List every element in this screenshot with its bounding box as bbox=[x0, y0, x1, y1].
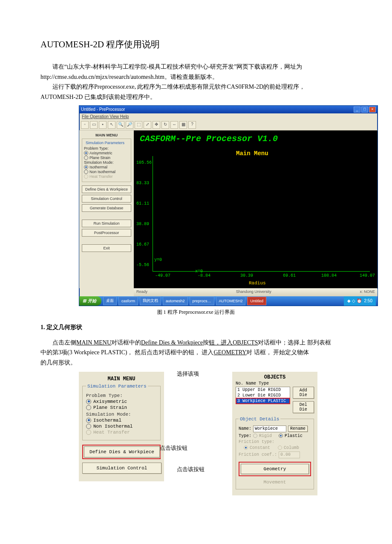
close-button[interactable]: × bbox=[369, 107, 376, 113]
y-tick: 105.56 bbox=[136, 160, 152, 165]
tool-open-icon[interactable]: ▭ bbox=[90, 121, 98, 129]
p3-btn-link: 钮，进入OBJECTS bbox=[209, 339, 258, 346]
app-banner: CASFORM--Pre Processor V1.0 bbox=[140, 134, 278, 144]
radio-dot-icon bbox=[253, 434, 257, 438]
y-axis-line bbox=[153, 156, 153, 271]
para1-text: 请在“山东大学-材料科学与工程学院-模具工程技术研究中心-研究开发”网页下载该程… bbox=[52, 64, 302, 70]
radio-dot-icon bbox=[86, 430, 91, 435]
objects-header: OBJECTS bbox=[236, 374, 314, 380]
radio-plane-strain[interactable]: Plane Strain bbox=[86, 405, 157, 410]
sim-params-fieldset: Simulation Parameters Problem Type: Axis… bbox=[82, 384, 161, 440]
tool-fit-icon[interactable]: ⤢ bbox=[144, 121, 151, 129]
tray-time: 2:50 bbox=[364, 298, 372, 303]
p3e: 中的第3项(3 Workpiece PLASTIC)， 然后点击对话框中的 bbox=[40, 349, 188, 356]
generate-db-button[interactable]: Generate Database bbox=[82, 204, 131, 212]
click-annotation-2: 点击该按钮 bbox=[177, 466, 205, 473]
y-tick: 61.11 bbox=[136, 201, 149, 206]
sim-params-legend: Simulation Parameters bbox=[85, 141, 125, 145]
section-1-paragraph-2: 中的第3项(3 Workpiece PLASTIC)， 然后点击对话框中的钮， … bbox=[40, 348, 352, 357]
intro-paragraph-1b: http://cmse.sdu.edu.cn/mjzx/research/aut… bbox=[40, 72, 352, 82]
tool-help-icon[interactable]: ? bbox=[188, 121, 196, 129]
taskbar-item[interactable]: casform bbox=[118, 297, 138, 305]
radio-non-isothermal[interactable]: Non Isothermal bbox=[84, 170, 129, 174]
define-dies-button[interactable]: Define Dies & Workpiece bbox=[84, 446, 160, 457]
taskbar-item[interactable]: automesh2 bbox=[163, 297, 188, 305]
tool-save-icon[interactable]: ▪ bbox=[99, 121, 107, 129]
p3c: 按 bbox=[203, 339, 209, 346]
status-right: x: NONE bbox=[360, 289, 375, 295]
p3-geometry-link: GEOMETRY bbox=[213, 349, 246, 356]
radio-dot-icon bbox=[84, 174, 88, 179]
app-window: Untitled - PreProcessor _ □ × File Opera… bbox=[79, 105, 378, 306]
radio-dot-icon bbox=[279, 434, 283, 438]
tray-icons: ◆ ◇ ⏰ bbox=[347, 298, 362, 303]
friction-type-label: Friction type: bbox=[239, 440, 274, 444]
run-sim-button[interactable]: Run Simulation bbox=[82, 220, 131, 227]
taskbar-item[interactable]: preprocs… bbox=[190, 297, 214, 305]
list-item-selected[interactable]: 3 Workpiece PLASTIC bbox=[236, 398, 290, 404]
tool-refresh-icon[interactable]: ↻ bbox=[161, 121, 169, 129]
figure-1-caption: 图 1 程序 Preprocessor.exe 运行界面 bbox=[40, 309, 352, 316]
columb-label: Columb bbox=[284, 446, 299, 450]
sim-control-button[interactable]: Simulation Control bbox=[82, 463, 161, 474]
objects-panel: OBJECTS No. Name Type 1 Upper Die RIGID … bbox=[232, 372, 317, 495]
section-1-heading: 1. 定义几何形状 bbox=[40, 324, 352, 331]
radio-isothermal-label: Isothermal bbox=[89, 165, 107, 169]
radio-non-isothermal[interactable]: Non Isothermal bbox=[86, 424, 157, 429]
name-input[interactable] bbox=[253, 425, 286, 432]
radio-dot-icon bbox=[278, 446, 282, 450]
p3g: 对 话框， 开始定义物体 bbox=[246, 349, 309, 356]
tool-zoomout-icon[interactable]: 🔎 bbox=[126, 121, 133, 129]
radio-plane-strain[interactable]: Plane Strain bbox=[84, 156, 129, 160]
panel-a-header: MAIN MENU bbox=[82, 376, 161, 382]
minimize-button[interactable]: _ bbox=[354, 107, 360, 113]
menu-bar[interactable]: File Operation View Help bbox=[79, 113, 378, 120]
radio-axisymmetric[interactable]: Axisymmetric bbox=[86, 399, 157, 404]
tool-cursor-icon[interactable]: ↖ bbox=[108, 121, 115, 129]
taskbar-item[interactable]: AUTOMESH2 bbox=[216, 297, 246, 305]
tool-measure-icon[interactable]: ↔ bbox=[170, 121, 178, 129]
objects-list[interactable]: 1 Upper Die RIGID 2 Lower Die RIGID 3 Wo… bbox=[236, 387, 290, 404]
y-tick: 38.89 bbox=[136, 222, 149, 226]
x-tick: 149.07 bbox=[360, 273, 375, 278]
x-axis-label: Radius bbox=[249, 281, 266, 286]
define-dies-button[interactable]: Define Dies & Workpiece bbox=[82, 185, 131, 193]
plastic-label: Plastic bbox=[285, 434, 303, 438]
section-1-paragraph: 点击左侧MAIN MENU对话框中的Define Dies & Workpiec… bbox=[40, 338, 352, 347]
post-processor-button[interactable]: PostProcessor bbox=[82, 229, 131, 237]
sim-params-legend: Simulation Parameters bbox=[86, 384, 148, 389]
start-button[interactable]: ⊞ 开始 bbox=[79, 296, 101, 306]
geometry-button[interactable]: Geometry bbox=[241, 464, 309, 474]
rename-button[interactable]: Rename bbox=[288, 425, 308, 432]
list-item[interactable]: 2 Lower Die RIGID bbox=[236, 393, 290, 398]
non-iso-label: Non Isothermal bbox=[93, 424, 133, 429]
taskbar-item[interactable]: 桌面 bbox=[103, 297, 117, 305]
radio-heat-transfer: Heat Transfer bbox=[84, 174, 129, 179]
exit-button[interactable]: Exit bbox=[82, 244, 131, 252]
radio-axisymmetric[interactable]: Axisymmetric bbox=[84, 151, 129, 155]
tool-grid-icon[interactable]: ▦ bbox=[179, 121, 187, 129]
taskbar-item[interactable]: 我的文档 bbox=[140, 297, 161, 305]
list-item[interactable]: 1 Upper Die RIGID bbox=[236, 387, 290, 393]
radio-isothermal[interactable]: Isothermal bbox=[84, 165, 129, 169]
tool-pan-icon[interactable]: ✥ bbox=[153, 121, 160, 129]
click-annotation-1: 点击该按钮 bbox=[160, 444, 187, 452]
maximize-button[interactable]: □ bbox=[361, 107, 368, 113]
y-tick: -5.56 bbox=[136, 263, 149, 267]
sim-control-button[interactable]: Simulation Control bbox=[82, 195, 131, 203]
y-tick: 83.33 bbox=[136, 181, 149, 185]
isothermal-label: Isothermal bbox=[93, 418, 121, 423]
axisymmetric-label: Axisymmetric bbox=[93, 399, 127, 404]
taskbar-item-active[interactable]: Untitled bbox=[247, 297, 266, 305]
radio-isothermal[interactable]: Isothermal bbox=[86, 418, 157, 423]
del-die-button[interactable]: Del Die bbox=[293, 401, 314, 413]
annotation-column: 选择该项 点击该按钮 点击该按钮 bbox=[173, 372, 224, 380]
tool-zoomin-icon[interactable]: 🔍 bbox=[117, 121, 124, 129]
tool-zoomarea-icon[interactable]: ⬚ bbox=[135, 121, 142, 129]
sim-params-group: Simulation Parameters Problem Type: Axis… bbox=[82, 139, 131, 182]
objects-columns: No. Name Type bbox=[236, 381, 314, 386]
left-panel: MAIN MENU Simulation Parameters Problem … bbox=[79, 130, 134, 288]
add-die-button[interactable]: Add Die bbox=[293, 387, 314, 399]
sim-mode-label: Simulation Mode: bbox=[84, 160, 129, 165]
tool-new-icon[interactable]: ▫ bbox=[81, 121, 89, 129]
